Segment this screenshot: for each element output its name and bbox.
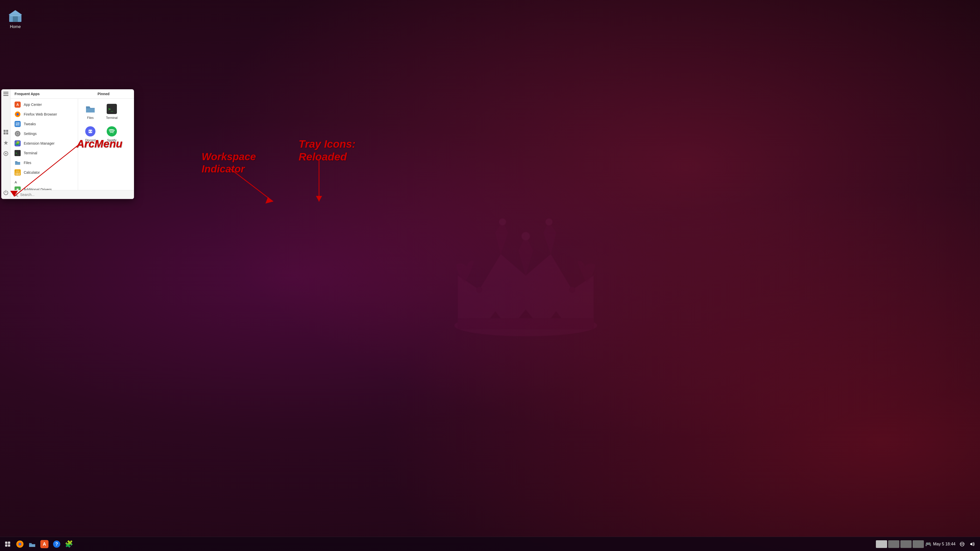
- svg-point-1: [522, 232, 530, 241]
- arcmenu-search: [11, 190, 134, 199]
- svg-rect-15: [3, 94, 8, 94]
- pinned-item-spotify[interactable]: Spotify: [102, 123, 122, 144]
- svg-rect-44: [17, 173, 18, 173]
- home-folder-icon: [7, 7, 24, 24]
- svg-text:A: A: [43, 541, 46, 547]
- menu-item-firefox[interactable]: Firefox Web Browser: [11, 110, 78, 119]
- nav-icon-settings[interactable]: [3, 151, 9, 157]
- svg-rect-20: [6, 132, 8, 135]
- svg-point-22: [5, 153, 6, 154]
- appcenter-icon: A: [14, 102, 21, 108]
- svg-rect-12: [13, 16, 18, 22]
- taskbar-right: May 5 18:44: [933, 540, 978, 548]
- files-label: Files: [24, 161, 32, 165]
- menu-item-appcenter[interactable]: A App Center: [11, 100, 78, 110]
- firefox-icon: [14, 111, 21, 118]
- taskbar-files[interactable]: [27, 538, 38, 550]
- tweaks-label: Tweaks: [24, 122, 36, 126]
- menu-item-additional-drivers[interactable]: Additional Drivers: [11, 185, 78, 190]
- workspace-3[interactable]: [900, 540, 912, 548]
- svg-text:>_: >_: [16, 152, 19, 155]
- menu-item-tweaks[interactable]: Tweaks: [11, 119, 78, 129]
- svg-rect-17: [3, 130, 6, 132]
- svg-line-65: [17, 196, 18, 197]
- svg-point-64: [14, 193, 17, 196]
- menu-item-calculator[interactable]: Calculator: [11, 168, 78, 177]
- pinned-item-files[interactable]: Files: [80, 101, 100, 122]
- nav-icon-power[interactable]: [3, 190, 9, 197]
- additional-drivers-icon: [14, 186, 21, 190]
- frequent-apps-panel: A App Center: [11, 99, 78, 190]
- svg-rect-14: [3, 92, 8, 93]
- svg-point-4: [476, 287, 482, 292]
- svg-point-5: [570, 287, 575, 292]
- taskbar-help[interactable]: ?: [51, 538, 62, 550]
- svg-point-3: [546, 218, 552, 225]
- svg-rect-6: [458, 318, 593, 329]
- workspace-2[interactable]: [888, 540, 899, 548]
- menu-item-settings[interactable]: Settings: [11, 129, 78, 138]
- tweaks-icon: [14, 121, 21, 127]
- pinned-panel: Files >_ Terminal: [78, 99, 134, 190]
- svg-point-2: [499, 218, 506, 225]
- svg-point-84: [960, 542, 964, 546]
- extension-label: Extension Manager: [24, 141, 55, 145]
- svg-rect-48: [19, 174, 20, 175]
- svg-point-32: [18, 124, 19, 125]
- workspace-indicators: [876, 540, 924, 548]
- pinned-spotify-label: Spotify: [107, 138, 117, 142]
- menu-item-files[interactable]: Files: [11, 158, 78, 168]
- svg-rect-73: [8, 541, 10, 544]
- svg-rect-42: [16, 170, 20, 172]
- arcmenu-header: Frequent Apps Pinned: [11, 89, 134, 99]
- taskbar-activities-button[interactable]: [2, 538, 13, 550]
- svg-rect-47: [17, 174, 18, 175]
- taskbar-network-icon[interactable]: [959, 540, 966, 548]
- nav-icon-recent[interactable]: [3, 129, 9, 136]
- taskbar-firefox[interactable]: [14, 538, 25, 550]
- taskbar: A ? 🧩 🎮 May 5 18:44: [0, 537, 980, 551]
- svg-rect-13: [10, 15, 21, 16]
- svg-rect-16: [3, 95, 8, 96]
- pinned-discord-label: Discord: [85, 138, 96, 142]
- appcenter-label: App Center: [24, 103, 42, 106]
- pinned-discord-icon: [85, 126, 96, 137]
- taskbar-appcenter[interactable]: A: [39, 538, 50, 550]
- section-letter-a: A: [11, 179, 78, 185]
- svg-rect-18: [6, 130, 8, 132]
- arcmenu-popup: Frequent Apps Pinned A App: [1, 89, 134, 199]
- svg-point-27: [17, 113, 19, 115]
- svg-point-31: [16, 122, 18, 124]
- extension-icon: 🧩: [14, 140, 21, 146]
- workspace-1[interactable]: [876, 540, 887, 548]
- svg-rect-79: [29, 545, 35, 547]
- nav-icon-pinned[interactable]: [3, 140, 9, 147]
- additional-drivers-label: Additional Drivers: [24, 187, 52, 190]
- desktop: Home: [0, 0, 980, 551]
- taskbar-game-icon[interactable]: 🎮: [925, 540, 932, 548]
- nav-icon-hamburger[interactable]: [3, 92, 8, 97]
- svg-rect-75: [8, 545, 10, 547]
- svg-point-61: [89, 131, 90, 132]
- svg-rect-57: [86, 108, 95, 113]
- svg-rect-74: [5, 545, 7, 547]
- menu-item-terminal[interactable]: >_ Terminal: [11, 148, 78, 158]
- crown-watermark: [436, 199, 615, 352]
- svg-text:?: ?: [56, 541, 58, 547]
- taskbar-volume-icon[interactable]: [969, 540, 976, 548]
- svg-rect-72: [5, 541, 7, 544]
- firefox-label: Firefox Web Browser: [24, 112, 57, 116]
- taskbar-extensions[interactable]: 🧩: [63, 538, 75, 550]
- workspace-4[interactable]: [913, 540, 924, 548]
- search-icon: [14, 192, 18, 197]
- pinned-item-discord[interactable]: Discord: [80, 123, 100, 144]
- svg-rect-46: [16, 174, 17, 175]
- svg-rect-45: [19, 173, 20, 173]
- menu-item-extension[interactable]: 🧩 Extension Manager: [11, 138, 78, 148]
- calculator-label: Calculator: [24, 170, 40, 175]
- pinned-item-terminal[interactable]: >_ Terminal: [102, 101, 122, 122]
- search-input[interactable]: [20, 192, 131, 197]
- svg-text:>_: >_: [108, 106, 113, 111]
- desktop-icon-home[interactable]: Home: [5, 5, 25, 31]
- frequent-apps-header: Frequent Apps: [14, 92, 40, 96]
